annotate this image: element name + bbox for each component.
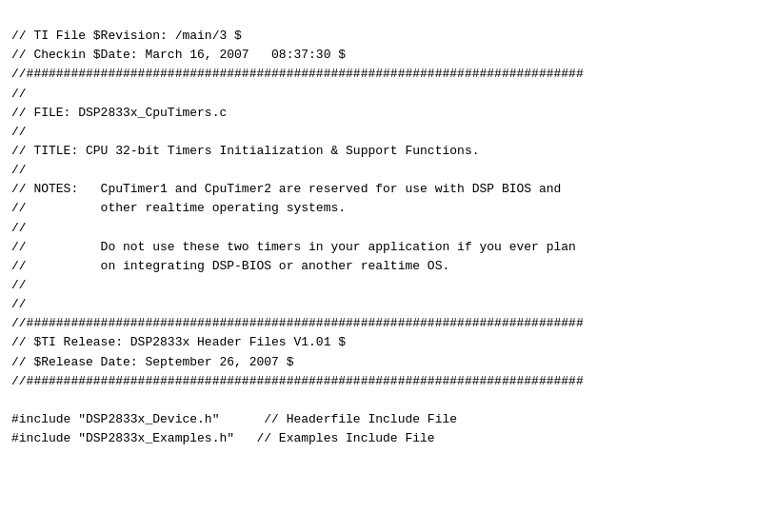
code-line: // TI File $Revision: /main/3 $ xyxy=(11,27,765,46)
code-line: // Checkin $Date: March 16, 2007 08:37:3… xyxy=(11,46,765,65)
code-line: // FILE: DSP2833x_CpuTimers.c xyxy=(11,104,765,123)
code-line: //######################################… xyxy=(11,65,765,84)
code-line: // $TI Release: DSP2833x Header Files V1… xyxy=(11,333,765,352)
code-line: // on integrating DSP-BIOS or another re… xyxy=(11,257,765,276)
code-line: //######################################… xyxy=(11,314,765,333)
code-line: #include "DSP2833x_Device.h" // Headerfi… xyxy=(11,410,765,429)
code-line: // xyxy=(11,219,765,238)
code-line: //######################################… xyxy=(11,372,765,391)
code-line: // other realtime operating systems. xyxy=(11,199,765,218)
code-line: #include "DSP2833x_Examples.h" // Exampl… xyxy=(11,429,765,448)
code-viewer: // TI File $Revision: /main/3 $// Checki… xyxy=(0,0,776,456)
code-line: // NOTES: CpuTimer1 and CpuTimer2 are re… xyxy=(11,180,765,199)
code-line: // xyxy=(11,123,765,142)
code-line: // xyxy=(11,85,765,104)
code-line: // Do not use these two timers in your a… xyxy=(11,238,765,257)
code-line: // TITLE: CPU 32-bit Timers Initializati… xyxy=(11,142,765,161)
code-line: // $Release Date: September 26, 2007 $ xyxy=(11,353,765,372)
code-line: // xyxy=(11,276,765,295)
code-line: // xyxy=(11,161,765,180)
code-line: // xyxy=(11,295,765,314)
code-line xyxy=(11,391,765,410)
